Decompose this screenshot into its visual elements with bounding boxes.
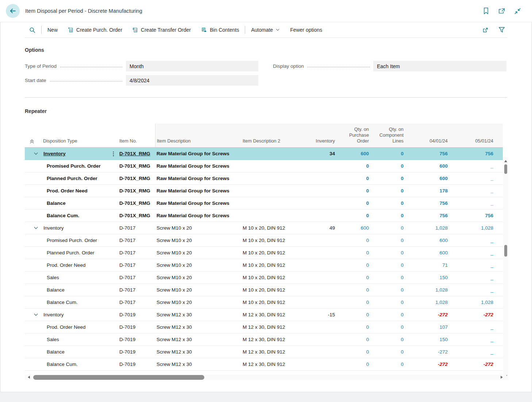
cell-item-description-2[interactable]: M 10 x 20, DIN 912	[241, 262, 312, 268]
cell-item-description-2[interactable]: M 12 x 30, DIN 912	[241, 362, 312, 367]
cell-period-1-value[interactable]: 150	[405, 337, 448, 342]
table-row[interactable]: SalesD-7017Screw M10 x 20M 10 x 20, DIN …	[25, 272, 503, 284]
cell-qty-on-component-lines[interactable]: 0	[370, 238, 405, 243]
cell-qty-on-component-lines[interactable]: 0	[370, 213, 405, 218]
cell-period-1-value[interactable]: -272	[405, 362, 448, 367]
cell-disposition-type[interactable]: Inventory	[40, 312, 109, 317]
cell-period-1-value[interactable]: 756	[405, 151, 448, 156]
cell-period-1-value[interactable]: 600	[405, 176, 448, 181]
cell-item-description[interactable]: Screw M10 x 20	[155, 250, 241, 255]
cell-item-description[interactable]: Raw Material Group for Screws	[155, 213, 241, 218]
column-header-qty-on-component-lines[interactable]: Qty. on Component Lines	[370, 124, 405, 147]
table-row[interactable]: Planned Purch. OrderD-7017Screw M10 x 20…	[25, 247, 503, 259]
cell-qty-on-purchase-order[interactable]: 0	[336, 262, 370, 268]
cell-disposition-type[interactable]: Balance	[40, 287, 109, 293]
collapse-all-button[interactable]	[25, 124, 40, 147]
horizontal-scrollbar-thumb[interactable]	[33, 375, 204, 380]
table-row[interactable]: Balance Cum.D-7019Screw M12 x 30M 12 x 3…	[25, 358, 503, 371]
cell-item-no[interactable]: D-701X_RMG	[117, 188, 155, 194]
cell-item-description[interactable]: Raw Material Group for Screws	[155, 163, 241, 169]
cell-item-description[interactable]: Screw M10 x 20	[155, 300, 241, 305]
scroll-up-arrow-icon[interactable]	[504, 160, 507, 162]
cell-item-no[interactable]: D-7017	[117, 287, 155, 293]
cell-item-no[interactable]: D-7019	[117, 362, 155, 367]
cell-period-1-value[interactable]: 756	[405, 213, 448, 218]
cell-qty-on-purchase-order[interactable]: 0	[336, 275, 370, 280]
cell-item-no[interactable]: D-7017	[117, 238, 155, 243]
cell-period-1-value[interactable]: 756	[405, 200, 448, 206]
cell-qty-on-purchase-order[interactable]: 0	[336, 324, 370, 330]
cell-inventory[interactable]: 34	[312, 151, 336, 156]
expand-collapse-chevron-icon[interactable]	[25, 151, 40, 156]
type-of-period-input[interactable]: Month	[126, 61, 258, 71]
cell-qty-on-component-lines[interactable]: 0	[370, 312, 405, 317]
table-row[interactable]: InventoryD-7019Screw M12 x 30M 12 x 30, …	[25, 309, 503, 321]
cell-period-1-value[interactable]: 1,028	[405, 287, 448, 293]
cell-item-no[interactable]: D-701X_RMG	[117, 213, 155, 218]
cell-qty-on-purchase-order[interactable]: 0	[336, 287, 370, 293]
table-row[interactable]: BalanceD-7019Screw M12 x 30M 12 x 30, DI…	[25, 346, 503, 358]
cell-disposition-type[interactable]: Balance Cum.	[40, 213, 109, 218]
vertical-scrollbar-thumb[interactable]	[504, 164, 507, 174]
cell-qty-on-purchase-order[interactable]: 0	[336, 250, 370, 255]
cell-item-description[interactable]: Screw M12 x 30	[155, 324, 241, 330]
cell-qty-on-component-lines[interactable]: 0	[370, 188, 405, 194]
column-header-disposition-type[interactable]: Disposition Type	[40, 124, 109, 147]
cell-qty-on-purchase-order[interactable]: 0	[336, 176, 370, 181]
cell-qty-on-purchase-order[interactable]: 0	[336, 312, 370, 317]
cell-period-2-value[interactable]: -272	[448, 312, 503, 317]
cell-item-description-2[interactable]: M 10 x 20, DIN 912	[241, 238, 312, 243]
cell-qty-on-component-lines[interactable]: 0	[370, 300, 405, 305]
display-option-input[interactable]: Each Item	[373, 61, 506, 71]
cell-disposition-type[interactable]: Balance	[40, 349, 109, 355]
cell-qty-on-component-lines[interactable]: 0	[370, 337, 405, 342]
cell-item-no[interactable]: D-7017	[117, 300, 155, 305]
back-button[interactable]	[6, 4, 20, 18]
cell-item-description[interactable]: Raw Material Group for Screws	[155, 151, 241, 156]
cell-disposition-type[interactable]: Sales	[40, 337, 109, 342]
cell-disposition-type[interactable]: Promised Purch. Order	[40, 238, 109, 243]
cell-item-description[interactable]: Screw M12 x 30	[155, 362, 241, 367]
cell-period-1-value[interactable]: 600	[405, 238, 448, 243]
cell-item-description[interactable]: Screw M10 x 20	[155, 287, 241, 293]
cell-item-no[interactable]: D-7019	[117, 349, 155, 355]
cell-period-2-value[interactable]: 1,028	[448, 300, 503, 305]
cell-item-description[interactable]: Raw Material Group for Screws	[155, 188, 241, 194]
cell-item-description-2[interactable]: M 10 x 20, DIN 912	[241, 287, 312, 293]
fewer-options-button[interactable]: Fewer options	[285, 22, 327, 38]
cell-period-2-value[interactable]: 1,028	[448, 225, 503, 231]
cell-qty-on-purchase-order[interactable]: 0	[336, 349, 370, 355]
share-icon[interactable]	[482, 27, 489, 33]
expand-collapse-chevron-icon[interactable]	[25, 225, 40, 231]
cell-disposition-type[interactable]: Inventory	[40, 151, 109, 156]
cell-period-1-value[interactable]: 600	[405, 163, 448, 169]
cell-qty-on-component-lines[interactable]: 0	[370, 362, 405, 367]
cell-period-1-value[interactable]: 1,028	[405, 225, 448, 231]
collapse-window-icon[interactable]	[514, 8, 521, 15]
search-button[interactable]	[25, 27, 41, 33]
cell-item-no[interactable]: D-7017	[117, 225, 155, 231]
cell-item-no[interactable]: D-701X_RMG	[117, 163, 155, 169]
column-header-item-description[interactable]: Item Description	[155, 124, 241, 147]
expand-collapse-chevron-icon[interactable]	[25, 312, 40, 317]
column-header-item-description-2[interactable]: Item Description 2	[241, 124, 312, 147]
cell-period-1-value[interactable]: 107	[405, 324, 448, 330]
cell-qty-on-purchase-order[interactable]: 600	[336, 151, 370, 156]
cell-qty-on-component-lines[interactable]: 0	[370, 324, 405, 330]
cell-period-1-value[interactable]: 600	[405, 250, 448, 255]
cell-qty-on-component-lines[interactable]: 0	[370, 349, 405, 355]
cell-item-description-2[interactable]: M 12 x 30, DIN 912	[241, 324, 312, 330]
cell-period-1-value[interactable]: 1,028	[405, 300, 448, 305]
cell-disposition-type[interactable]: Prod. Order Need	[40, 324, 109, 330]
table-row[interactable]: BalanceD-701X_RMGRaw Material Group for …	[25, 197, 503, 210]
cell-qty-on-purchase-order[interactable]: 0	[336, 238, 370, 243]
table-row[interactable]: Prod. Order NeedD-7017Screw M10 x 20M 10…	[25, 259, 503, 272]
cell-period-1-value[interactable]: -272	[405, 312, 448, 317]
cell-disposition-type[interactable]: Promised Purch. Order	[40, 163, 109, 169]
row-menu-ellipsis-icon[interactable]: ⋮	[109, 151, 117, 157]
create-purch-order-button[interactable]: Create Purch. Order	[63, 22, 127, 38]
cell-item-no[interactable]: D-701X_RMG	[117, 151, 155, 156]
cell-disposition-type[interactable]: Prod. Order Need	[40, 188, 109, 194]
horizontal-scrollbar[interactable]	[25, 375, 506, 380]
table-row[interactable]: SalesD-7019Screw M12 x 30M 12 x 30, DIN …	[25, 333, 503, 346]
